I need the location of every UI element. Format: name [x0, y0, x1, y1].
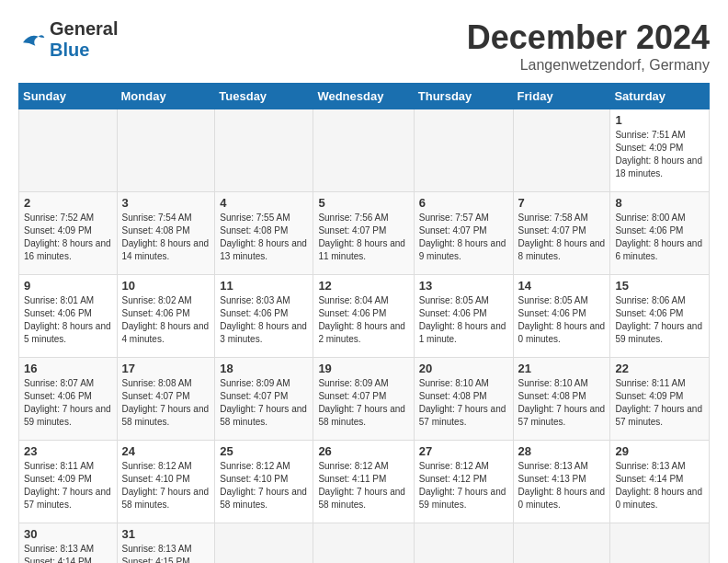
calendar-row: 30Sunrise: 8:13 AMSunset: 4:14 PMDayligh… [19, 523, 710, 564]
calendar-row: 16Sunrise: 8:07 AMSunset: 4:06 PMDayligh… [19, 358, 710, 441]
calendar-header-row: SundayMondayTuesdayWednesdayThursdayFrid… [19, 84, 710, 109]
day-number: 4 [220, 196, 308, 210]
day-detail: Sunrise: 8:00 AMSunset: 4:06 PMDaylight:… [615, 212, 704, 263]
calendar-day: 11Sunrise: 8:03 AMSunset: 4:06 PMDayligh… [215, 275, 313, 358]
calendar-day: 5Sunrise: 7:56 AMSunset: 4:07 PMDaylight… [313, 192, 414, 275]
day-number: 1 [615, 113, 704, 127]
day-number: 5 [318, 196, 408, 210]
weekday-header: Friday [513, 84, 610, 109]
calendar-day: 25Sunrise: 8:12 AMSunset: 4:10 PMDayligh… [215, 441, 313, 523]
day-detail: Sunrise: 7:57 AMSunset: 4:07 PMDaylight:… [419, 212, 508, 263]
day-detail: Sunrise: 8:08 AMSunset: 4:07 PMDaylight:… [122, 377, 210, 429]
calendar-day: 28Sunrise: 8:13 AMSunset: 4:13 PMDayligh… [513, 441, 610, 523]
day-number: 16 [24, 362, 112, 375]
calendar-day: 26Sunrise: 8:12 AMSunset: 4:11 PMDayligh… [313, 441, 414, 523]
day-detail: Sunrise: 8:13 AMSunset: 4:15 PMDaylight:… [122, 543, 210, 563]
day-detail: Sunrise: 8:05 AMSunset: 4:06 PMDaylight:… [518, 294, 606, 346]
empty-cell [117, 109, 215, 192]
calendar-day: 2Sunrise: 7:52 AMSunset: 4:09 PMDaylight… [19, 192, 118, 275]
day-detail: Sunrise: 7:51 AMSunset: 4:09 PMDaylight:… [615, 129, 704, 180]
page-header: General Blue December 2024 Langenwetzend… [18, 18, 710, 74]
empty-cell [215, 523, 313, 564]
calendar-day: 19Sunrise: 8:09 AMSunset: 4:07 PMDayligh… [313, 358, 414, 441]
day-number: 15 [615, 279, 704, 293]
calendar-day: 4Sunrise: 7:55 AMSunset: 4:08 PMDaylight… [215, 192, 313, 275]
calendar-row: 1Sunrise: 7:51 AMSunset: 4:09 PMDaylight… [19, 109, 710, 192]
calendar-day: 7Sunrise: 7:58 AMSunset: 4:07 PMDaylight… [513, 192, 610, 275]
day-detail: Sunrise: 8:07 AMSunset: 4:06 PMDaylight:… [24, 377, 112, 429]
calendar-day: 13Sunrise: 8:05 AMSunset: 4:06 PMDayligh… [414, 275, 513, 358]
day-number: 2 [24, 196, 112, 210]
calendar-day: 8Sunrise: 8:00 AMSunset: 4:06 PMDaylight… [610, 192, 710, 275]
calendar-day: 12Sunrise: 8:04 AMSunset: 4:06 PMDayligh… [313, 275, 414, 358]
calendar-day: 16Sunrise: 8:07 AMSunset: 4:06 PMDayligh… [19, 358, 118, 441]
day-number: 21 [518, 362, 606, 375]
day-detail: Sunrise: 8:12 AMSunset: 4:10 PMDaylight:… [122, 460, 210, 511]
calendar-row: 9Sunrise: 8:01 AMSunset: 4:06 PMDaylight… [19, 275, 710, 358]
day-number: 22 [615, 362, 704, 375]
empty-cell [313, 109, 414, 192]
calendar-table: SundayMondayTuesdayWednesdayThursdayFrid… [18, 83, 710, 563]
weekday-header: Wednesday [313, 84, 414, 109]
calendar-row: 23Sunrise: 8:11 AMSunset: 4:09 PMDayligh… [19, 441, 710, 523]
empty-cell [513, 109, 610, 192]
day-number: 8 [615, 196, 704, 210]
empty-cell [513, 523, 610, 564]
day-detail: Sunrise: 8:10 AMSunset: 4:08 PMDaylight:… [518, 377, 606, 429]
day-detail: Sunrise: 8:09 AMSunset: 4:07 PMDaylight:… [318, 377, 408, 429]
weekday-header: Tuesday [215, 84, 313, 109]
empty-cell [414, 523, 513, 564]
day-number: 9 [24, 279, 112, 293]
calendar-day: 18Sunrise: 8:09 AMSunset: 4:07 PMDayligh… [215, 358, 313, 441]
day-number: 26 [318, 444, 408, 458]
calendar-day: 31Sunrise: 8:13 AMSunset: 4:15 PMDayligh… [117, 523, 215, 564]
day-number: 14 [518, 279, 606, 293]
calendar-day: 15Sunrise: 8:06 AMSunset: 4:06 PMDayligh… [610, 275, 710, 358]
calendar-day: 29Sunrise: 8:13 AMSunset: 4:14 PMDayligh… [610, 441, 710, 523]
day-detail: Sunrise: 8:11 AMSunset: 4:09 PMDaylight:… [24, 460, 112, 511]
weekday-header: Monday [117, 84, 215, 109]
calendar-day: 24Sunrise: 8:12 AMSunset: 4:10 PMDayligh… [117, 441, 215, 523]
day-detail: Sunrise: 8:11 AMSunset: 4:09 PMDaylight:… [615, 377, 704, 429]
calendar-day: 27Sunrise: 8:12 AMSunset: 4:12 PMDayligh… [414, 441, 513, 523]
day-number: 10 [122, 279, 210, 293]
day-number: 27 [419, 444, 508, 458]
day-number: 13 [419, 279, 508, 293]
day-detail: Sunrise: 7:52 AMSunset: 4:09 PMDaylight:… [24, 212, 112, 263]
calendar-row: 2Sunrise: 7:52 AMSunset: 4:09 PMDaylight… [19, 192, 710, 275]
day-detail: Sunrise: 8:12 AMSunset: 4:11 PMDaylight:… [318, 460, 408, 511]
day-number: 7 [518, 196, 606, 210]
day-detail: Sunrise: 8:09 AMSunset: 4:07 PMDaylight:… [220, 377, 308, 429]
logo: General Blue [18, 18, 118, 61]
day-number: 17 [122, 362, 210, 375]
weekday-header: Thursday [414, 84, 513, 109]
day-number: 23 [24, 444, 112, 458]
location-title: Langenwetzendorf, Germany [467, 57, 710, 74]
day-detail: Sunrise: 8:13 AMSunset: 4:13 PMDaylight:… [518, 460, 606, 511]
day-number: 31 [122, 527, 210, 541]
calendar-day: 6Sunrise: 7:57 AMSunset: 4:07 PMDaylight… [414, 192, 513, 275]
day-detail: Sunrise: 8:13 AMSunset: 4:14 PMDaylight:… [24, 543, 112, 563]
month-title: December 2024 [467, 18, 710, 57]
day-number: 3 [122, 196, 210, 210]
calendar-day: 3Sunrise: 7:54 AMSunset: 4:08 PMDaylight… [117, 192, 215, 275]
calendar-day: 20Sunrise: 8:10 AMSunset: 4:08 PMDayligh… [414, 358, 513, 441]
day-number: 12 [318, 279, 408, 293]
title-section: December 2024 Langenwetzendorf, Germany [467, 18, 710, 74]
day-number: 30 [24, 527, 112, 541]
calendar-day: 1Sunrise: 7:51 AMSunset: 4:09 PMDaylight… [610, 109, 710, 192]
day-detail: Sunrise: 7:56 AMSunset: 4:07 PMDaylight:… [318, 212, 408, 263]
empty-cell [19, 109, 118, 192]
calendar-day: 22Sunrise: 8:11 AMSunset: 4:09 PMDayligh… [610, 358, 710, 441]
day-number: 11 [220, 279, 308, 293]
weekday-header: Sunday [19, 84, 118, 109]
empty-cell [414, 109, 513, 192]
empty-cell [313, 523, 414, 564]
day-detail: Sunrise: 7:54 AMSunset: 4:08 PMDaylight:… [122, 212, 210, 263]
day-number: 19 [318, 362, 408, 375]
empty-cell [610, 523, 710, 564]
calendar-day: 9Sunrise: 8:01 AMSunset: 4:06 PMDaylight… [19, 275, 118, 358]
day-detail: Sunrise: 8:12 AMSunset: 4:12 PMDaylight:… [419, 460, 508, 511]
day-number: 28 [518, 444, 606, 458]
day-detail: Sunrise: 8:06 AMSunset: 4:06 PMDaylight:… [615, 294, 704, 346]
